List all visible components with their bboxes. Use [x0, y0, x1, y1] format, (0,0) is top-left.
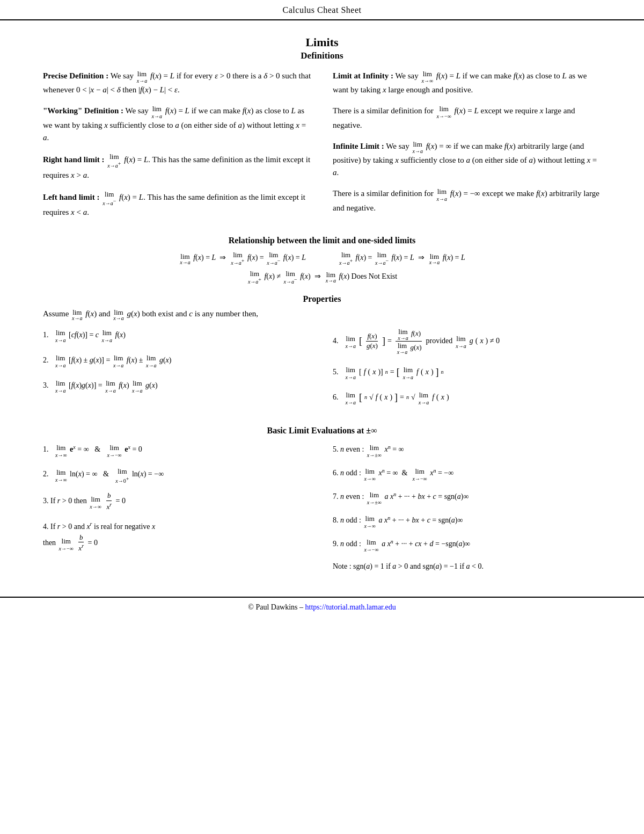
- bl-2: 2. limx→∞ ln(x) = ∞ & limx→0+ ln(x) = −∞: [43, 466, 311, 484]
- bl-6: 6. n odd : limx→∞ xn = ∞ & limx→−∞ xn = …: [333, 466, 601, 482]
- props-left: 1. limx→a [cf(x)] = c limx→a f(x) 2. lim…: [43, 328, 311, 415]
- basic-limits-title: Basic Limit Evaluations at ±∞: [43, 426, 601, 436]
- right-lim: lim x→a+: [107, 151, 121, 169]
- rel-row-2: limx→a+ f(x) ≠ limx→a− f(x) ⇒ limx→a f(x…: [247, 270, 397, 285]
- limit-infinity-label: Limit at Infinity :: [333, 71, 393, 80]
- definitions-columns: Precise Definition : We say lim x→a f(x)…: [43, 69, 601, 226]
- bl-8: 8. n odd : limx→∞ a xn + ··· + bx + c = …: [333, 513, 601, 529]
- infinity-lim: lim x→∞: [422, 69, 434, 84]
- bl-1: 1. limx→∞ ex = ∞ & limx→−∞ ex = 0: [43, 442, 311, 458]
- definitions-subtitle: Definitions: [43, 50, 601, 61]
- working-lim: lim x→a: [152, 104, 162, 119]
- rel-row-1: limx→a f(x) = L ⇒ limx→a+ f(x) = limx→a−…: [43, 251, 601, 266]
- inf-limit-lim: lim x→a: [412, 139, 422, 154]
- working-def-label: "Working" Definition :: [43, 106, 123, 115]
- neg-inf-def-lim: lim x→a: [437, 186, 447, 201]
- relationship-formulas: limx→a f(x) = L ⇒ limx→a+ f(x) = limx→a−…: [43, 251, 601, 285]
- bl-7: 7. n even : limx→±∞ a xn + ··· + bx + c …: [333, 489, 601, 505]
- right-hand-limit: Right hand limit : lim x→a+ f(x) = L. Th…: [43, 151, 311, 182]
- precise-lim: lim x→a: [137, 69, 147, 84]
- prop-6: 6. limx→a [ n√f(x) ] = n√ limx→a f(x): [333, 390, 601, 405]
- right-hand-label: Right hand limit :: [43, 155, 105, 164]
- limits-title: Limits: [43, 35, 601, 49]
- definitions-right-col: Limit at Infinity : We say lim x→∞ f(x) …: [333, 69, 601, 226]
- page-wrapper: Calculus Cheat Sheet Limits Definitions …: [0, 0, 644, 617]
- left-hand-label: Left hand limit :: [43, 192, 99, 201]
- precise-def-label: Precise Definition :: [43, 71, 108, 80]
- properties-section: Properties Assume limx→a f(x) and limx→a…: [43, 294, 601, 415]
- prop-4: 4. limx→a [ f(x) g(x) ] = limx→a f(x: [333, 328, 601, 355]
- prop-1: 1. limx→a [cf(x)] = c limx→a f(x): [43, 328, 311, 343]
- prop-2: 2. limx→a [f(x) ± g(x)] = limx→a f(x) ± …: [43, 353, 311, 368]
- limit-at-infinity: Limit at Infinity : We say lim x→∞ f(x) …: [333, 69, 601, 96]
- page-header: Calculus Cheat Sheet: [0, 0, 644, 20]
- properties-title: Properties: [43, 294, 601, 304]
- properties-grid: 1. limx→a [cf(x)] = c limx→a f(x) 2. lim…: [43, 328, 601, 415]
- precise-definition: Precise Definition : We say lim x→a f(x)…: [43, 69, 311, 96]
- relationship-section: Relationship between the limit and one-s…: [43, 236, 601, 285]
- left-hand-limit: Left hand limit : lim x→a− f(x) = L. Thi…: [43, 189, 311, 219]
- bl-3: 3. If r > 0 then limx→∞ b xr = 0: [43, 491, 311, 512]
- basic-limits-grid: 1. limx→∞ ex = ∞ & limx→−∞ ex = 0 2. lim…: [43, 442, 601, 581]
- infinite-limit: Infinite Limit : We say lim x→a f(x) = ∞…: [333, 139, 601, 179]
- footer-link[interactable]: https://tutorial.math.lamar.edu: [305, 603, 396, 611]
- prop-5: 5. limx→a [f(x)]n = [ limx→a f(x) ]n: [333, 365, 601, 380]
- properties-assume: Assume limx→a f(x) and limx→a g(x) both …: [43, 308, 601, 321]
- basic-limits-right: 5. n even : limx→±∞ xn = ∞ 6. n odd : li…: [333, 442, 601, 581]
- page-footer: © Paul Dawkins – https://tutorial.math.l…: [0, 597, 644, 617]
- basic-limits-left: 1. limx→∞ ex = ∞ & limx→−∞ ex = 0 2. lim…: [43, 442, 311, 581]
- neg-inf-lim: lim x→−∞: [437, 104, 451, 119]
- bl-9: 9. n odd : limx→−∞ a xn + ··· + cx + d =…: [333, 536, 601, 553]
- similar-neg-inf: There is a similar definition for lim x→…: [333, 186, 601, 214]
- bl-note: Note : sgn(a) = 1 if a > 0 and sgn(a) = …: [333, 560, 601, 573]
- bl-5: 5. n even : limx→±∞ xn = ∞: [333, 442, 601, 458]
- page-title: Calculus Cheat Sheet: [283, 5, 362, 14]
- prop-3: 3. limx→a [f(x)g(x)] = limx→a f(x) limx→…: [43, 378, 311, 394]
- rel-formula-1: limx→a f(x) = L ⇒ limx→a+ f(x) = limx→a−…: [179, 251, 306, 266]
- basic-limits-section: Basic Limit Evaluations at ±∞ 1. limx→∞ …: [43, 426, 601, 581]
- definitions-left-col: Precise Definition : We say lim x→a f(x)…: [43, 69, 311, 226]
- relationship-title: Relationship between the limit and one-s…: [43, 236, 601, 245]
- props-right: 4. limx→a [ f(x) g(x) ] = limx→a f(x: [333, 328, 601, 415]
- bl-4: 4. If r > 0 and xr is real for negative …: [43, 519, 311, 554]
- main-content: Limits Definitions Precise Definition : …: [0, 20, 644, 586]
- rel-formula-2: limx→a+ f(x) = limx→a− f(x) = L ⇒ limx→a…: [338, 251, 465, 266]
- left-lim: lim x→a−: [103, 189, 116, 206]
- infinite-limit-label: Infinite Limit :: [333, 141, 384, 150]
- copyright-text: © Paul Dawkins: [248, 603, 297, 611]
- working-definition: "Working" Definition : We say lim x→a f(…: [43, 104, 311, 144]
- similar-neg-definition: There is a similar definition for lim x→…: [333, 104, 601, 131]
